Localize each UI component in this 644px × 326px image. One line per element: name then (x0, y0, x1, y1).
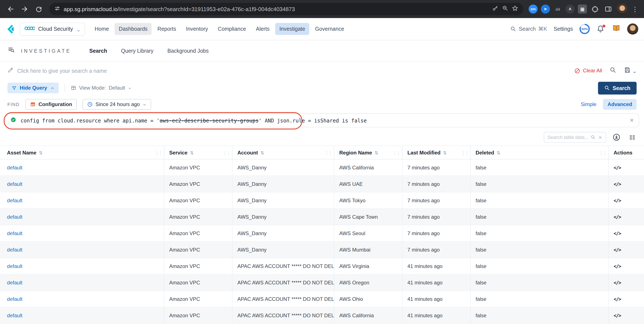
password-key-icon[interactable] (492, 5, 498, 13)
view-config-json-icon[interactable]: </> (614, 247, 621, 253)
query-valid-check-icon (10, 117, 16, 124)
asset-link[interactable]: default (7, 198, 22, 203)
view-config-json-icon[interactable]: </> (614, 214, 621, 220)
cell-service: Amazon VPC (164, 291, 232, 307)
cell-service: Amazon VPC (164, 159, 232, 176)
col-deleted[interactable]: Deleted⇅⋮⋮ (471, 146, 608, 160)
col-service[interactable]: Service⇅⋮⋮ (164, 146, 232, 160)
view-config-json-icon[interactable]: </> (614, 263, 621, 269)
search-saved-queries-icon[interactable] (610, 66, 616, 75)
close-icon[interactable]: × (630, 117, 634, 124)
time-range-filter[interactable]: Since 24 hours ago (82, 99, 151, 110)
col-last-modified[interactable]: Last Modified⇅⋮⋮ (402, 146, 471, 160)
reload-icon[interactable] (32, 3, 45, 16)
notifications-bell-icon[interactable] (596, 25, 606, 34)
editor-mode-toggle: Simple Advanced (581, 99, 636, 110)
run-search-button[interactable]: Search (598, 82, 637, 94)
browser-profile-avatar[interactable] (617, 4, 628, 14)
view-config-json-icon[interactable]: </> (614, 280, 621, 286)
cell-deleted: false (471, 274, 608, 291)
view-config-json-icon[interactable]: </> (614, 165, 621, 170)
investigate-subnav: INVESTIGATE Search Query Library Backgro… (0, 40, 644, 62)
nav-reports[interactable]: Reports (153, 23, 180, 35)
asset-link[interactable]: default (7, 263, 22, 269)
bookmark-star-icon[interactable] (512, 5, 518, 13)
column-drag-handle[interactable]: ⋮⋮ (154, 150, 162, 156)
hide-query-button[interactable]: Hide Query (8, 83, 59, 93)
view-config-json-icon[interactable]: </> (614, 296, 621, 302)
cell-account: AWS_Danny (232, 159, 334, 176)
extensions-puzzle-icon[interactable] (589, 3, 601, 15)
column-settings-icon (629, 134, 636, 141)
forward-icon[interactable] (18, 3, 31, 16)
nav-dashboards[interactable]: Dashboards (115, 23, 152, 35)
user-avatar[interactable] (627, 24, 638, 35)
column-drag-handle[interactable]: ⋮⋮ (599, 150, 606, 156)
back-icon[interactable] (4, 3, 17, 16)
settings-link[interactable]: Settings (554, 26, 573, 32)
search-name-input[interactable]: Click here to give your search a name (17, 68, 107, 74)
docs-book-icon[interactable] (612, 24, 620, 34)
nav-alerts[interactable]: Alerts (252, 23, 274, 35)
asset-link[interactable]: default (7, 296, 22, 302)
asset-link[interactable]: default (7, 313, 22, 318)
zoom-page-icon[interactable] (502, 5, 508, 13)
tab-search[interactable]: Search (89, 48, 107, 54)
download-button[interactable] (611, 132, 622, 143)
browser-menu-icon[interactable]: ⋮ (630, 5, 640, 13)
view-config-json-icon[interactable]: </> (614, 230, 621, 236)
column-drag-handle[interactable]: ⋮⋮ (461, 150, 468, 156)
col-asset-name[interactable]: Asset Name⇅⋮⋮ (0, 146, 164, 160)
asset-link[interactable]: default (7, 280, 22, 286)
asset-link[interactable]: default (7, 247, 22, 253)
view-mode-selector[interactable]: View Mode: Default (70, 85, 132, 91)
configuration-tab[interactable]: Configuration (26, 99, 77, 110)
view-config-json-icon[interactable]: </> (614, 198, 621, 203)
asset-link[interactable]: default (7, 230, 22, 236)
table-row: default Amazon VPC AWS_Danny AWS Cape To… (0, 209, 644, 225)
asset-link[interactable]: default (7, 181, 22, 187)
cell-region: AWS California (334, 159, 402, 176)
extension-a-icon[interactable]: A (566, 5, 574, 14)
tab-query-library[interactable]: Query Library (121, 48, 154, 54)
edit-pencil-icon[interactable] (8, 67, 14, 75)
col-region-name[interactable]: Region Name⇅⋮⋮ (334, 146, 402, 160)
nav-inventory[interactable]: Inventory (182, 23, 212, 35)
column-settings-button[interactable] (627, 132, 638, 143)
save-search-button[interactable] (624, 66, 637, 75)
address-bar[interactable]: app.sg.prismacloud.io/investigate/search… (49, 3, 523, 15)
column-drag-handle[interactable]: ⋮⋮ (324, 150, 332, 156)
view-config-json-icon[interactable]: </> (614, 181, 621, 187)
rql-editor[interactable]: config from cloud.resource where api.nam… (5, 114, 639, 127)
asset-link[interactable]: default (7, 214, 22, 220)
extension-zoom-icon[interactable]: zm (529, 5, 538, 14)
nav-governance[interactable]: Governance (311, 23, 348, 35)
extension-square-icon[interactable]: ▣ (578, 5, 587, 14)
tab-background-jobs[interactable]: Background Jobs (168, 48, 208, 54)
view-config-json-icon[interactable]: </> (614, 313, 621, 318)
nav-investigate[interactable]: Investigate (275, 23, 310, 35)
chevron-up-icon (50, 86, 54, 90)
mode-advanced-button[interactable]: Advanced (603, 99, 636, 110)
usage-progress-badge[interactable]: 82% (580, 24, 590, 34)
cell-region: AWS Oregon (334, 274, 402, 291)
extension-bars-icon[interactable]: ılıl (553, 5, 562, 14)
prisma-cloud-logo[interactable] (6, 24, 16, 34)
cell-last-modified: 7 minutes ago (402, 176, 471, 192)
asset-link[interactable]: default (7, 165, 22, 170)
column-drag-handle[interactable]: ⋮⋮ (223, 150, 230, 156)
side-panel-icon[interactable] (602, 3, 614, 15)
extension-blue-icon[interactable]: ➤ (541, 5, 550, 14)
site-info-icon[interactable] (54, 5, 60, 13)
column-drag-handle[interactable]: ⋮⋮ (392, 150, 400, 156)
clear-search-icon[interactable] (598, 135, 602, 140)
col-account[interactable]: Account⇅⋮⋮ (232, 146, 334, 160)
nav-compliance[interactable]: Compliance (214, 23, 250, 35)
nav-home[interactable]: Home (91, 23, 113, 35)
clear-all-button[interactable]: Clear All (574, 68, 602, 74)
module-selector[interactable]: Cloud Security (20, 23, 85, 36)
mode-simple-button[interactable]: Simple (581, 102, 596, 107)
table-search-input[interactable] (548, 135, 588, 140)
global-search[interactable]: Search ⌘K (510, 26, 547, 32)
sort-icon: ⇅ (497, 150, 500, 156)
